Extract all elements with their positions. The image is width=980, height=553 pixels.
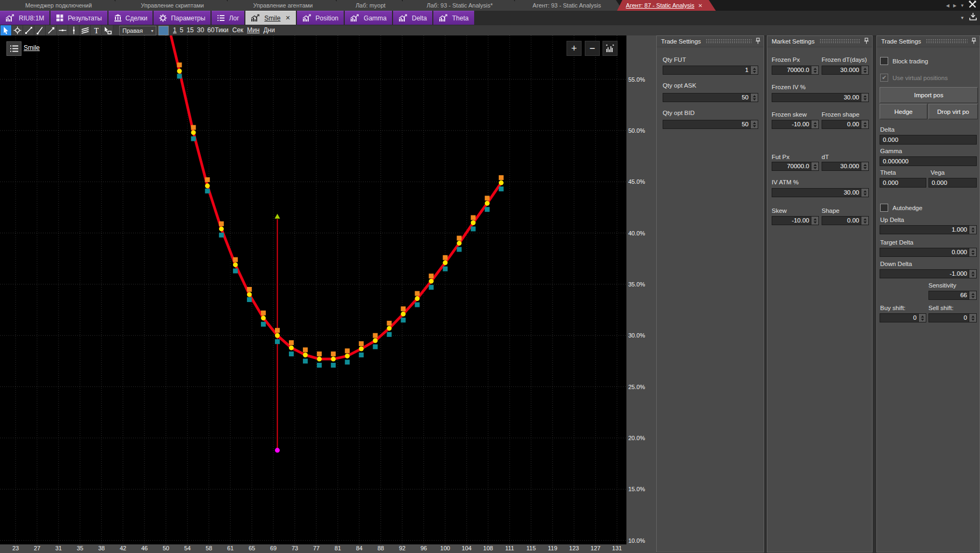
tabs-scroll-left-icon[interactable]: ◀: [946, 3, 949, 8]
qty-opt-ask-stepper[interactable]: [750, 94, 758, 102]
tool-cursor[interactable]: [1, 25, 12, 35]
iv-atm-stepper[interactable]: [861, 189, 868, 197]
tab-position[interactable]: Position: [297, 11, 344, 25]
qty-fut-field[interactable]: 1: [663, 66, 758, 75]
x-axis[interactable]: 2327313538424650545861656973778184889296…: [0, 544, 656, 553]
buy-shift-stepper[interactable]: [918, 314, 926, 322]
frozen-iv-stepper[interactable]: [861, 94, 868, 102]
checkbox-box[interactable]: ✔: [880, 74, 888, 82]
tool-crosshair[interactable]: [12, 25, 23, 35]
doc-tabs-menu-icon[interactable]: ▼: [960, 16, 964, 20]
sensitivity-stepper[interactable]: [969, 291, 976, 299]
pin-icon[interactable]: [971, 37, 976, 46]
zoom-in-button[interactable]: +: [567, 41, 582, 56]
frozen-dt-field[interactable]: 30.000: [822, 66, 869, 75]
shape-field[interactable]: 0.00: [822, 216, 869, 225]
checkbox-box[interactable]: [880, 57, 888, 65]
close-icon[interactable]: ✕: [698, 3, 702, 9]
tool-cursor-menu[interactable]: [102, 25, 113, 35]
tab-gamma[interactable]: Gamma: [345, 11, 392, 25]
qty-opt-ask-field[interactable]: 50: [663, 93, 758, 102]
panel-header[interactable]: Trade Settings: [877, 36, 979, 47]
tool-line-segment[interactable]: [23, 25, 34, 35]
timeframe-30[interactable]: 30: [197, 26, 204, 34]
up-delta-field[interactable]: 1.000: [880, 225, 977, 234]
down-delta-field[interactable]: -1.000: [880, 269, 977, 278]
dt-stepper[interactable]: [861, 162, 868, 170]
unit-дни[interactable]: Дни: [263, 26, 274, 34]
tab-сделки[interactable]: Сделки: [108, 11, 153, 25]
sensitivity-field[interactable]: 66: [928, 291, 977, 300]
panel-grip[interactable]: [926, 39, 968, 44]
window-tab-7[interactable]: Агент: 87 - Static Analysis✕: [617, 0, 716, 11]
tab-лог[interactable]: Лог: [212, 11, 244, 25]
tab-riu8-1m[interactable]: RIU8:1M: [0, 11, 49, 25]
panel-grip[interactable]: [819, 39, 860, 44]
delta-field[interactable]: 0.000: [880, 135, 977, 145]
timeframe-1[interactable]: 1: [173, 26, 177, 34]
tool-parallel-lines[interactable]: [79, 25, 91, 35]
target-delta-field[interactable]: 0.000: [880, 248, 977, 257]
color-swatch-button[interactable]: [158, 26, 169, 35]
panel-header[interactable]: Market Settings: [767, 36, 872, 47]
y-axis[interactable]: 55.0%50.0%45.0%40.0%35.0%30.0%25.0%20.0%…: [627, 35, 656, 544]
tool-vertical-line[interactable]: [68, 25, 79, 35]
skew-stepper[interactable]: [811, 217, 818, 225]
download-icon[interactable]: [969, 12, 977, 23]
iv-atm-field[interactable]: 30.00: [772, 188, 869, 197]
smile-chart[interactable]: Smile + −: [0, 35, 627, 544]
frozen-dt-stepper[interactable]: [861, 66, 868, 74]
tab-theta[interactable]: Theta: [433, 11, 474, 25]
target-delta-stepper[interactable]: [969, 248, 976, 256]
tabs-menu-icon[interactable]: ▼: [960, 3, 964, 8]
use-virtual-positions-checkbox[interactable]: ✔ Use virtual positions: [880, 74, 948, 82]
tab-результаты[interactable]: Результаты: [50, 11, 107, 25]
tab-delta[interactable]: Delta: [393, 11, 432, 25]
axis-side-dropdown[interactable]: Правая ▼: [119, 26, 156, 35]
pin-icon[interactable]: [756, 37, 760, 46]
fut-px-stepper[interactable]: [811, 162, 818, 170]
frozen-px-field[interactable]: 70000.0: [772, 66, 819, 75]
checkbox-box[interactable]: [880, 204, 888, 212]
frozen-iv-field[interactable]: 30.00: [772, 93, 869, 102]
frozen-shape-stepper[interactable]: [861, 120, 868, 128]
theta-field[interactable]: 0.000: [880, 178, 926, 188]
vega-field[interactable]: 0.000: [928, 178, 977, 188]
fit-scale-button[interactable]: [602, 41, 618, 56]
timeframe-5[interactable]: 5: [180, 26, 184, 34]
block-trading-checkbox[interactable]: Block trading: [880, 57, 928, 65]
chart-legend-smile[interactable]: Smile: [24, 44, 40, 52]
skew-field[interactable]: -10.00: [772, 216, 819, 225]
tool-line-steep[interactable]: [34, 25, 46, 35]
up-delta-stepper[interactable]: [969, 226, 976, 234]
import-pos-button[interactable]: Import pos: [880, 87, 978, 103]
gamma-field[interactable]: 0.000000: [880, 156, 977, 166]
tool-text[interactable]: T: [91, 25, 102, 35]
window-tab-6[interactable]: Агент: 93 - Static Analysis: [515, 0, 623, 11]
window-tab-3[interactable]: Управление агентами: [228, 0, 343, 11]
timeframe-60[interactable]: 60: [207, 26, 214, 34]
qty-fut-stepper[interactable]: [750, 66, 758, 74]
legend-button[interactable]: [6, 41, 21, 56]
tab-параметры[interactable]: Параметры: [154, 11, 210, 25]
sell-shift-stepper[interactable]: [969, 314, 976, 322]
tabs-scroll-right-icon[interactable]: ▶: [953, 3, 956, 8]
qty-opt-bid-stepper[interactable]: [750, 120, 758, 128]
frozen-skew-stepper[interactable]: [811, 120, 818, 128]
window-tab-4[interactable]: Лаб: myopt: [337, 0, 409, 11]
zoom-out-button[interactable]: −: [585, 41, 600, 56]
tab-smile[interactable]: Smile✕: [245, 11, 295, 25]
window-tab-1[interactable]: Менеджер подключений: [0, 0, 121, 11]
window-tab-2[interactable]: Управление скриптами: [115, 0, 234, 11]
down-delta-stepper[interactable]: [969, 270, 976, 278]
frozen-shape-field[interactable]: 0.00: [822, 120, 869, 129]
tool-horizontal-line[interactable]: [57, 25, 68, 35]
close-icon[interactable]: ✕: [285, 15, 290, 21]
qty-opt-bid-field[interactable]: 50: [663, 120, 758, 129]
buy-shift-field[interactable]: 0: [880, 313, 926, 322]
dt-field[interactable]: 30.000: [822, 162, 869, 171]
panel-header[interactable]: Trade Settings: [657, 36, 764, 47]
hedge-button[interactable]: Hedge: [880, 104, 927, 119]
unit-мин[interactable]: Мин: [247, 26, 259, 34]
unit-тики[interactable]: Тики: [215, 26, 228, 34]
